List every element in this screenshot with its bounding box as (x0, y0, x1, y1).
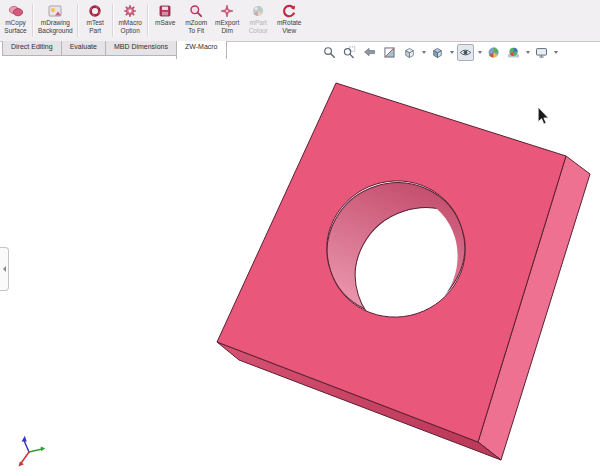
toolbar-button-label: mSave (155, 19, 175, 27)
macro-ribbon-toolbar: mCopySurface mDrawingBackground mTestPar… (0, 0, 600, 42)
apply-scene-button[interactable] (505, 44, 522, 61)
zoom-to-fit-button[interactable] (321, 44, 338, 61)
view-orientation-icon (403, 46, 416, 59)
toolbar-button-mtest-part[interactable]: mTestPart (80, 0, 111, 41)
toolbar-button-mcopy-surface[interactable]: mCopySurface (0, 0, 31, 41)
toolbar-button-label: mTestPart (87, 19, 104, 34)
toolbar-button-msave[interactable]: mSave (150, 0, 181, 41)
triad-z-axis (22, 436, 27, 442)
tab-mbd-dimensions[interactable]: MBD Dimensions (105, 41, 177, 56)
toolbar-button-mmacro-option[interactable]: mMacroOption (115, 0, 146, 41)
toolbar-button-label: mRotateView (277, 19, 302, 34)
headsup-view-toolbar (321, 44, 558, 60)
zoom-to-area-button[interactable] (341, 44, 358, 61)
zoom-to-fit-icon (323, 46, 336, 59)
orientation-triad[interactable] (19, 436, 46, 467)
tab-label: MBD Dimensions (114, 43, 168, 50)
feature-panel-collapse-handle[interactable] (0, 247, 9, 291)
edit-appearance-button[interactable] (485, 44, 502, 61)
dropdown-arrow-icon[interactable] (422, 51, 426, 54)
toolbar-separator (77, 4, 79, 37)
toolbar-separator (112, 4, 114, 37)
view-settings-button[interactable] (533, 44, 550, 61)
dropdown-arrow-icon[interactable] (450, 51, 454, 54)
collapse-arrow-icon (3, 266, 6, 272)
previous-view-icon (363, 46, 376, 59)
toolbar-button-label: mExportDim (215, 19, 239, 34)
tab-label: Evaluate (70, 43, 97, 50)
dropdown-arrow-icon[interactable] (554, 51, 558, 54)
toolbar-separator (147, 4, 149, 37)
previous-view-button[interactable] (361, 44, 378, 61)
section-view-button[interactable] (381, 44, 398, 61)
save-icon (157, 3, 173, 19)
mouse-cursor (538, 107, 548, 124)
hide-show-items-button[interactable] (457, 44, 474, 61)
triad-y-axis (41, 447, 46, 452)
hide-show-items-icon (459, 46, 472, 59)
part-colour-icon (250, 3, 266, 19)
zoom-to-area-icon (343, 46, 356, 59)
toolbar-button-label: mMacroOption (118, 19, 141, 34)
export-dim-icon (219, 3, 235, 19)
tab-zw-macro[interactable]: ZW-Macro (176, 41, 227, 59)
display-style-icon (431, 46, 444, 59)
toolbar-button-label: mCopySurface (4, 19, 26, 34)
zoom-to-fit-icon (188, 3, 204, 19)
section-view-icon (383, 46, 396, 59)
test-part-icon (87, 3, 103, 19)
apply-scene-icon (507, 46, 520, 59)
dropdown-arrow-icon[interactable] (478, 51, 482, 54)
view-orientation-button[interactable] (401, 44, 418, 61)
toolbar-button-mrotate-view[interactable]: mRotateView (274, 0, 305, 41)
toolbar-button-mexport-dim[interactable]: mExportDim (212, 0, 243, 41)
toolbar-button-label: mZoomTo Fit (185, 19, 207, 34)
tab-evaluate[interactable]: Evaluate (61, 41, 106, 56)
rotate-view-icon (281, 3, 297, 19)
toolbar-button-label: mPartColour (249, 19, 268, 34)
toolbar-button-label: mDrawingBackground (38, 19, 73, 34)
tab-direct-editing[interactable]: Direct Editing (2, 41, 62, 56)
toolbar-button-mpart-colour[interactable]: mPartColour (243, 0, 274, 41)
toolbar-separator (32, 4, 34, 37)
view-settings-icon (535, 46, 548, 59)
tab-label: Direct Editing (11, 43, 53, 50)
commandmanager-tabstrip: Direct Editing Evaluate MBD Dimensions Z… (2, 41, 226, 59)
drawing-background-icon (47, 3, 63, 19)
edit-appearance-icon (487, 46, 500, 59)
dropdown-arrow-icon[interactable] (526, 51, 530, 54)
display-style-button[interactable] (429, 44, 446, 61)
graphics-area[interactable] (0, 0, 600, 476)
macro-option-icon (122, 3, 138, 19)
toolbar-button-mzoom-to-fit[interactable]: mZoomTo Fit (181, 0, 212, 41)
toolbar-button-mdrawing-background[interactable]: mDrawingBackground (35, 0, 76, 41)
copy-surface-icon (8, 3, 24, 19)
tab-label: ZW-Macro (185, 43, 218, 50)
